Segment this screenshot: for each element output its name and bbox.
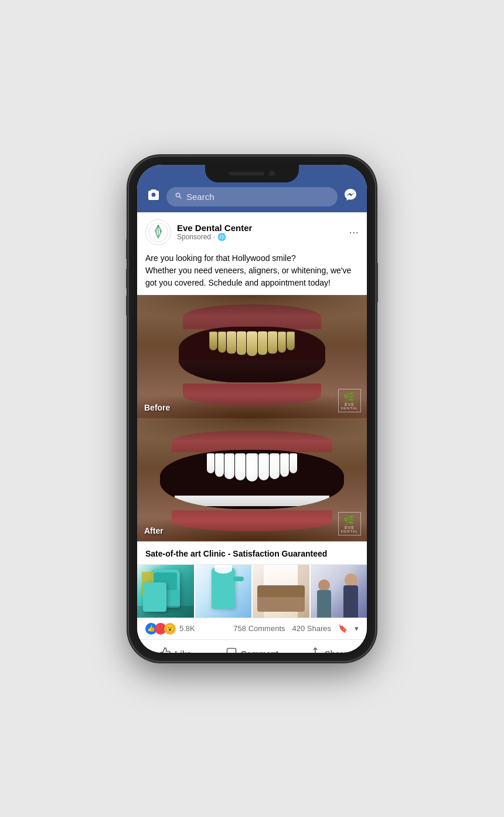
wow-reaction: 😮: [164, 623, 176, 635]
page-name[interactable]: Eve Dental Center: [177, 223, 343, 233]
clinic-section: Sate-of-the art Clinic - Satisfaction Gu…: [137, 541, 367, 618]
post-meta: Eve Dental Center Sponsored · 🌐: [177, 223, 343, 241]
clinic-image-4: [311, 565, 367, 618]
dot-separator: ·: [213, 233, 215, 241]
notch-speaker: [229, 172, 264, 175]
post-card: Eve Dental Center Sponsored · 🌐 ··· Are …: [137, 212, 367, 653]
comment-icon: [226, 647, 237, 653]
action-buttons: Like Comment: [137, 639, 367, 653]
after-label: After: [144, 526, 164, 535]
messenger-icon[interactable]: [343, 188, 357, 205]
save-icon[interactable]: 🔖: [338, 624, 348, 633]
comment-label: Comment: [241, 649, 279, 653]
sponsored-label: Sponsored · 🌐: [177, 233, 343, 241]
facebook-feed[interactable]: Eve Dental Center Sponsored · 🌐 ··· Are …: [137, 212, 367, 653]
reactions-left: 👍 ❤️ 😮 5.8K: [145, 623, 195, 635]
like-button[interactable]: Like: [137, 641, 214, 653]
search-icon: [175, 192, 183, 202]
after-image: After 🌿 EVE DENTAL: [137, 418, 367, 541]
avatar: [145, 219, 171, 245]
clinic-image-1: [137, 565, 194, 618]
share-button[interactable]: Share: [290, 641, 367, 653]
more-options-button[interactable]: ···: [349, 225, 359, 239]
globe-icon: 🌐: [217, 233, 226, 241]
post-header: Eve Dental Center Sponsored · 🌐 ···: [137, 212, 367, 250]
eve-watermark-before: 🌿 EVE DENTAL: [338, 389, 361, 412]
phone-notch: [205, 165, 299, 182]
comment-button[interactable]: Comment: [214, 641, 291, 653]
dropdown-icon[interactable]: ▾: [355, 624, 359, 633]
brand-logo: [148, 222, 169, 243]
clinic-images: [137, 565, 367, 618]
like-icon: [159, 647, 171, 653]
share-icon: [309, 647, 321, 653]
eve-watermark-after: 🌿 EVE DENTAL: [338, 512, 361, 535]
notch-camera: [269, 171, 275, 177]
phone-screen: Search: [137, 165, 367, 653]
before-label: Before: [144, 403, 170, 412]
camera-icon[interactable]: [147, 188, 161, 205]
post-text: Are you looking for that Hollywood smile…: [137, 250, 367, 295]
svg-point-2: [157, 225, 159, 227]
before-image: Before 🌿 EVE DENTAL: [137, 295, 367, 418]
reactions-count: 5.8K: [179, 624, 195, 633]
reactions-right: 758 Comments 420 Shares 🔖 ▾: [233, 624, 359, 633]
shares-count[interactable]: 420 Shares: [292, 624, 332, 633]
comments-count[interactable]: 758 Comments: [233, 624, 285, 633]
reaction-emojis: 👍 ❤️ 😮: [145, 623, 173, 635]
like-label: Like: [175, 649, 191, 653]
clinic-image-3: [253, 565, 309, 618]
phone-frame: Search: [129, 157, 375, 661]
clinic-image-2: [195, 565, 252, 618]
reactions-bar: 👍 ❤️ 😮 5.8K 758 Comments 420 Shares 🔖 ▾: [137, 618, 367, 639]
search-placeholder-text: Search: [186, 192, 214, 202]
clinic-title: Sate-of-the art Clinic - Satisfaction Gu…: [137, 542, 367, 565]
search-bar[interactable]: Search: [166, 187, 338, 206]
share-label: Share: [325, 649, 348, 653]
